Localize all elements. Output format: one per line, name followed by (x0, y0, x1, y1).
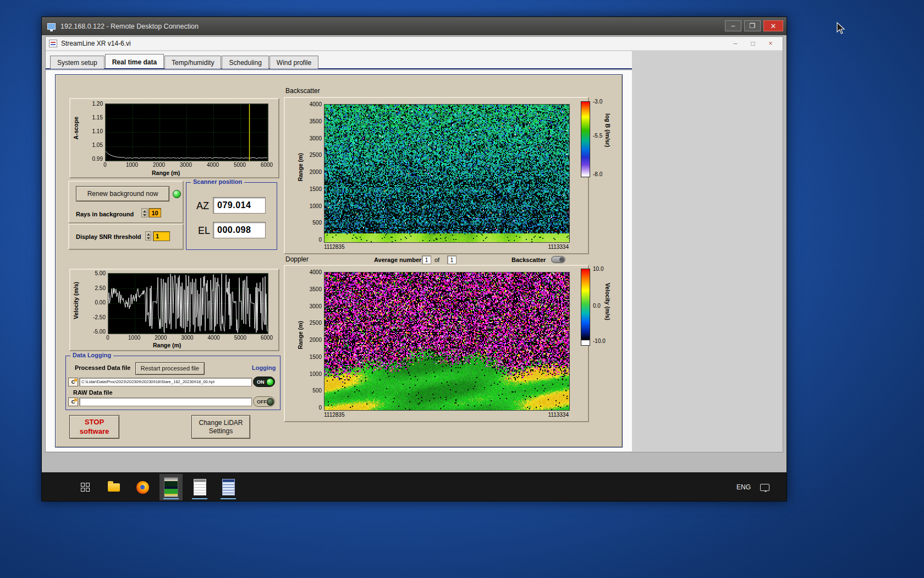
restart-processed-file-button[interactable]: Restart processed file (135, 362, 205, 375)
raw-path-field[interactable] (79, 397, 252, 406)
logging-off-toggle[interactable]: OFF (253, 396, 275, 407)
tab-temp-humidity[interactable]: Temp/humidity (164, 56, 221, 69)
backscatter-toggle-switch[interactable] (551, 256, 565, 263)
file-explorer-button[interactable] (102, 474, 125, 500)
streamline-taskbar-button[interactable] (160, 474, 183, 500)
axis-tick-label: 500 (285, 388, 322, 394)
scan-scheduler-taskbar-button[interactable] (188, 474, 211, 500)
renew-led (173, 190, 181, 198)
tab-real-time-data[interactable]: Real time data (105, 54, 164, 68)
axis-tick-label: 0.00 (70, 299, 106, 306)
tab-system-setup[interactable]: System setup (50, 56, 105, 69)
app-restore-button[interactable]: □ (744, 38, 762, 49)
doppler-colorbar (581, 269, 590, 346)
doppler-cb-tick: -10.0 (593, 338, 606, 344)
doppler-canvas (324, 272, 570, 411)
snr-value-field[interactable]: 1 (153, 231, 170, 241)
start-button[interactable] (74, 474, 97, 500)
secondary-app-taskbar-button[interactable] (217, 474, 240, 500)
firefox-icon (136, 481, 149, 494)
axis-tick-label: 0 (285, 237, 322, 243)
windows-logo-icon (81, 483, 90, 492)
axis-tick-label: 2000 (285, 337, 322, 343)
axis-tick-label: 6000 (256, 162, 278, 168)
notification-button[interactable] (755, 472, 774, 501)
axis-tick-label: -2.50 (70, 314, 106, 320)
rdp-restore-button[interactable]: ❐ (744, 20, 761, 31)
app-window: StreamLine XR v14-6.vi – □ × System setu… (45, 36, 783, 452)
average-total-field[interactable]: 1 (447, 255, 457, 264)
backscatter-cb-tick: -8.0 (593, 171, 602, 177)
doppler-x-end: 1113334 (503, 412, 569, 418)
logging-on-led (266, 378, 274, 386)
rdp-titlebar[interactable]: 192.168.0.122 - Remote Desktop Connectio… (42, 17, 787, 35)
backscatter-x-start: 1112835 (324, 244, 344, 250)
backscatter-colorbar (581, 101, 590, 177)
processed-drive-button[interactable]: C (68, 378, 78, 386)
axis-tick-label: 1000 (121, 162, 143, 168)
axis-tick-label: 1.15 (70, 114, 103, 121)
axis-tick-label: 0.99 (70, 156, 103, 162)
background-controls-box: Renew background now Rays in background … (68, 181, 184, 223)
main-panel: A-scope Range (m) 1.201.151.101.050.9901… (55, 74, 623, 448)
axis-tick-label: 1.10 (70, 128, 103, 134)
rays-value-field[interactable]: 10 (148, 208, 161, 217)
axis-tick-label: 3000 (285, 135, 322, 141)
doppler-cb-tick: 10.0 (593, 266, 603, 272)
doppler-colorbar-label: Velocity (m/s) (604, 283, 611, 360)
az-value: 079.014 (213, 197, 266, 214)
app-minimize-button[interactable]: – (727, 38, 744, 49)
velocity-x-axis-label: Range (m) (153, 342, 181, 348)
logging-on-toggle[interactable]: ON (253, 377, 275, 387)
axis-tick-label: 2000 (148, 162, 170, 168)
velocity-panel: Velocity (m/s) Range (m) 5.002.500.00-2.… (69, 269, 279, 351)
scanner-position-group: Scanner position AZ 079.014 EL 000.098 (186, 182, 277, 250)
axis-tick-label: 1.05 (70, 142, 103, 148)
snr-spinner[interactable] (145, 231, 151, 241)
axis-tick-label: 5000 (229, 335, 251, 341)
rays-spinner[interactable] (141, 208, 147, 217)
processed-data-file-label: Processed Data file (75, 364, 131, 371)
processed-path-field[interactable]: C:\Lidar\Data\Proc\2023\202309\20230918\… (79, 378, 252, 386)
renew-background-button[interactable]: Renew background now (76, 186, 169, 201)
snr-controls-box: Display SNR threshold 1 (68, 223, 184, 250)
app-title: StreamLine XR v14-6.vi (61, 40, 131, 47)
app-close-button[interactable]: × (762, 38, 779, 49)
raw-data-file-label: RAW Data file (73, 389, 113, 396)
app-thumbnail-icon (164, 477, 178, 497)
tab-scheduling[interactable]: Scheduling (222, 56, 268, 69)
rdp-title: 192.168.0.122 - Remote Desktop Connectio… (61, 23, 199, 30)
change-lidar-settings-button[interactable]: Change LiDAR Settings (191, 415, 250, 439)
data-logging-group: Data Logging Processed Data file Restart… (65, 356, 280, 410)
axis-tick-label: 3000 (177, 335, 199, 341)
change-line2: Settings (209, 427, 233, 435)
rdp-minimize-button[interactable]: – (725, 20, 741, 31)
axis-tick-label: 0 (97, 335, 119, 341)
axis-tick-label: 0 (94, 162, 116, 168)
scanner-position-title: Scanner position (191, 178, 244, 185)
axis-tick-label: 4000 (285, 101, 322, 107)
axis-tick-label: 2.50 (70, 285, 106, 291)
backscatter-cb-tick: -5.5 (593, 133, 602, 139)
folder-icon (108, 483, 120, 492)
blue-window-icon (222, 479, 235, 495)
axis-tick-label: 4000 (202, 162, 224, 168)
backscatter-cb-tick: -3.0 (593, 99, 602, 105)
raw-drive-button[interactable]: C (68, 397, 78, 406)
tab-wind-profile[interactable]: Wind profile (270, 56, 318, 69)
vi-file-icon (49, 40, 57, 47)
average-number-field[interactable]: 1 (422, 255, 431, 264)
axis-tick-label: 500 (285, 220, 322, 226)
language-indicator[interactable]: ENG (733, 472, 755, 501)
stop-software-button[interactable]: STOP software (69, 415, 119, 439)
axis-tick-label: 3500 (285, 118, 322, 124)
firefox-button[interactable] (131, 474, 154, 500)
doppler-graph: Range (m) 1112835 1113334 10.0 0.0 -10.0… (284, 265, 589, 422)
rdp-close-button[interactable]: ✕ (763, 20, 783, 31)
axis-tick-label: 5000 (229, 162, 251, 168)
stop-line2: software (80, 427, 109, 436)
taskbar: ENG (42, 472, 787, 501)
app-titlebar[interactable]: StreamLine XR v14-6.vi – □ × (46, 37, 783, 51)
logging-label: Logging (252, 364, 276, 371)
ascope-panel: A-scope Range (m) 1.201.151.101.050.9901… (69, 98, 279, 178)
